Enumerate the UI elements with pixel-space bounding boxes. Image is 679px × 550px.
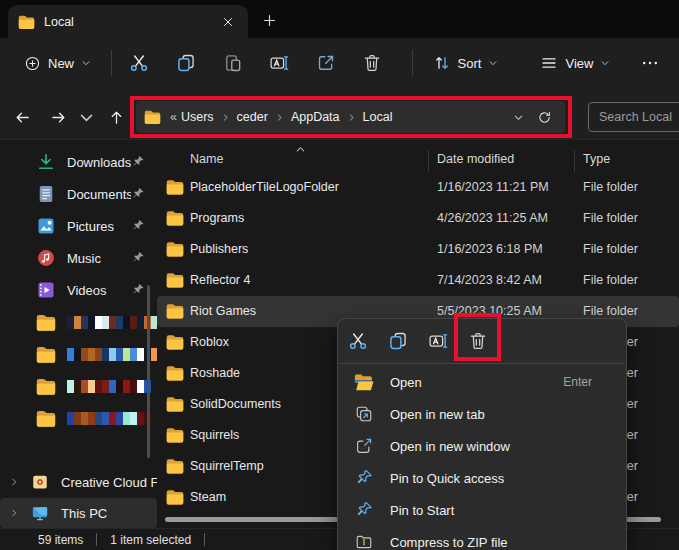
redacted-folder-name: [67, 348, 157, 361]
rename-button[interactable]: [262, 45, 297, 81]
sidebar-item-redacted-folder[interactable]: [0, 306, 157, 338]
refresh-button[interactable]: [531, 104, 557, 130]
column-header-date-modified[interactable]: Date modified: [437, 152, 514, 166]
folder-icon: [36, 314, 56, 331]
new-button[interactable]: New: [14, 46, 101, 80]
sidebar-item-music[interactable]: Music: [0, 242, 157, 274]
view-button[interactable]: View: [530, 46, 620, 80]
status-divider: [96, 533, 97, 546]
chevron-right-icon: [221, 113, 230, 122]
search-input[interactable]: [588, 102, 679, 132]
context-item-pin-to-quick-access[interactable]: Pin to Quick access: [338, 462, 626, 494]
tab-close-icon[interactable]: [218, 12, 238, 32]
sidebar-item-creative-cloud[interactable]: Creative Cloud F: [0, 466, 157, 498]
sidebar-item-redacted-folder[interactable]: [0, 370, 157, 402]
sidebar-item-downloads[interactable]: Downloads: [0, 146, 157, 178]
paste-icon: [223, 53, 243, 73]
forward-button[interactable]: [42, 101, 74, 133]
breadcrumb-overflow[interactable]: «: [168, 110, 179, 124]
file-explorer-window: Local New: [0, 0, 679, 550]
file-row-publishers[interactable]: Publishers 1/16/2023 6:18 PM File folder: [157, 234, 679, 265]
command-toolbar: New Sort View: [0, 38, 679, 88]
file-name: Roblox: [190, 335, 229, 349]
redacted-folder-name: [67, 412, 151, 425]
videos-icon: [36, 280, 56, 300]
up-button[interactable]: [100, 101, 132, 133]
sort-button[interactable]: Sort: [423, 46, 509, 80]
address-bar[interactable]: « Users ceder AppData Local: [136, 101, 565, 133]
more-options-button[interactable]: [632, 45, 667, 81]
context-item-open-in-new-window[interactable]: Open in new window: [338, 430, 626, 462]
sidebar-item-documents[interactable]: Documents: [0, 178, 157, 210]
file-name: Squirrels: [190, 428, 239, 442]
file-name: PlaceholderTileLogoFolder: [190, 180, 339, 194]
sidebar-item-pictures[interactable]: Pictures: [0, 210, 157, 242]
context-item-pin-to-start[interactable]: Pin to Start: [338, 494, 626, 526]
folder-icon: [166, 179, 184, 195]
file-type: File folder: [583, 211, 638, 225]
column-header-name[interactable]: Name: [190, 152, 223, 166]
navigation-row: « Users ceder AppData Local: [0, 88, 679, 140]
context-item-compress-to-zip[interactable]: Compress to ZIP file: [338, 526, 626, 550]
folder-icon: [166, 396, 184, 412]
breadcrumb-local[interactable]: Local: [361, 110, 395, 124]
address-dropdown-button[interactable]: [505, 104, 531, 130]
context-item-label: Open in new tab: [390, 407, 626, 422]
context-cut-button[interactable]: [338, 323, 378, 359]
context-item-open-in-new-tab[interactable]: Open in new tab: [338, 398, 626, 430]
file-date: 7/14/2023 8:42 AM: [437, 273, 542, 287]
delete-button[interactable]: [355, 45, 390, 81]
back-button[interactable]: [6, 101, 38, 133]
chevron-right-icon[interactable]: [9, 508, 19, 518]
pin-icon: [131, 219, 145, 233]
file-type: File folder: [583, 304, 638, 318]
breadcrumb-appdata[interactable]: AppData: [289, 110, 342, 124]
toolbar-divider: [412, 50, 413, 76]
sidebar-item-label: Documents: [67, 187, 131, 202]
sidebar-item-this-pc[interactable]: This PC: [0, 498, 157, 528]
selection-count: 1 item selected: [110, 533, 191, 547]
breadcrumb-ceder[interactable]: ceder: [235, 110, 270, 124]
file-row-reflector-4[interactable]: Reflector 4 7/14/2023 8:42 AM File folde…: [157, 265, 679, 296]
column-divider[interactable]: [428, 150, 429, 172]
paste-button[interactable]: [215, 45, 250, 81]
file-row-placeholdertilelogofolder[interactable]: PlaceholderTileLogoFolder 1/16/2023 11:2…: [157, 172, 679, 203]
sort-label: Sort: [458, 56, 482, 71]
breadcrumb-users[interactable]: Users: [179, 110, 216, 124]
column-divider[interactable]: [574, 150, 575, 172]
sidebar-item-videos[interactable]: Videos: [0, 274, 157, 306]
recent-locations-button[interactable]: [74, 101, 98, 133]
redacted-folder-name: [67, 380, 151, 393]
file-type: File folder: [583, 180, 638, 194]
file-type: File folder: [583, 242, 638, 256]
folder-icon: [166, 272, 184, 288]
context-copy-button[interactable]: [378, 323, 418, 359]
share-button[interactable]: [308, 45, 343, 81]
sidebar-item-redacted-folder[interactable]: [0, 338, 157, 370]
plus-icon: [262, 13, 277, 28]
file-name: Roshade: [190, 366, 240, 380]
new-button-label: New: [48, 56, 74, 71]
context-rename-button[interactable]: [418, 323, 458, 359]
rename-icon: [269, 53, 289, 73]
chevron-right-icon[interactable]: [9, 477, 19, 487]
sort-icon: [433, 54, 451, 72]
copy-button[interactable]: [169, 45, 204, 81]
column-header-type[interactable]: Type: [583, 152, 610, 166]
context-item-open[interactable]: Open Enter: [338, 366, 626, 398]
cut-button[interactable]: [122, 45, 157, 81]
tab-local[interactable]: Local: [8, 5, 248, 38]
file-name: Riot Games: [190, 304, 256, 318]
pin-icon: [131, 283, 145, 297]
sidebar-scrollbar[interactable]: [147, 285, 150, 458]
folder-icon: [166, 458, 184, 474]
copy-icon: [388, 331, 408, 351]
plus-circle-icon: [24, 55, 41, 72]
scissors-icon: [129, 53, 149, 73]
new-tab-button[interactable]: [258, 9, 280, 31]
context-delete-button[interactable]: [458, 323, 498, 359]
share-icon: [316, 53, 336, 73]
sidebar-item-redacted-folder[interactable]: [0, 402, 157, 434]
file-row-programs[interactable]: Programs 4/26/2023 11:25 AM File folder: [157, 203, 679, 234]
item-count: 59 items: [38, 533, 83, 547]
